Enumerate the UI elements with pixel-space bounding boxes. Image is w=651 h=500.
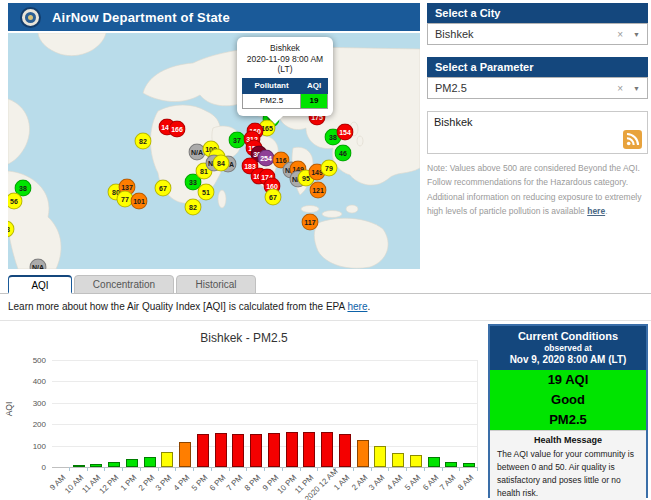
x-axis-tick bbox=[406, 467, 407, 471]
x-axis-tick bbox=[477, 467, 478, 471]
aqi-bar[interactable] bbox=[357, 440, 369, 467]
aqi-map-marker[interactable]: 84 bbox=[213, 155, 230, 172]
x-axis-tick bbox=[87, 467, 88, 471]
aqi-map-marker[interactable]: 51 bbox=[198, 184, 215, 201]
aqi-bar[interactable] bbox=[161, 452, 173, 467]
aqi-bar[interactable] bbox=[268, 433, 280, 467]
sidebar-note: Note: Values above 500 are considered Be… bbox=[427, 161, 646, 219]
aqi-bar[interactable] bbox=[410, 455, 422, 467]
aqi-bar[interactable] bbox=[250, 434, 262, 467]
aqi-bar[interactable] bbox=[286, 432, 298, 467]
chart-title: Bishkek - PM2.5 bbox=[0, 331, 488, 345]
observed-datetime: Nov 9, 2020 8:00 AM (LT) bbox=[492, 354, 644, 365]
aqi-bar[interactable] bbox=[90, 464, 102, 467]
city-select[interactable]: Bishkek × ▼ bbox=[427, 23, 648, 45]
aqi-bar[interactable] bbox=[374, 446, 386, 467]
clear-city-icon[interactable]: × bbox=[617, 29, 623, 40]
x-axis-tick bbox=[122, 467, 123, 471]
aqi-bar[interactable] bbox=[126, 459, 138, 467]
aqi-map-marker[interactable]: 82 bbox=[135, 133, 152, 150]
aqi-map-marker[interactable]: 101 bbox=[131, 193, 148, 210]
tab-concentration[interactable]: Concentration bbox=[74, 275, 174, 294]
x-axis-tick bbox=[300, 467, 301, 471]
popup-aqi-table: Pollutant AQI PM2.5 19 bbox=[242, 78, 328, 109]
current-conditions-header: Current Conditions observed at Nov 9, 20… bbox=[490, 326, 646, 370]
world-aqi-map[interactable]: 385668N/A8214616680137771016782338151N/A… bbox=[8, 33, 420, 269]
feed-box[interactable]: Bishkek bbox=[427, 111, 648, 154]
city-select-value: Bishkek bbox=[435, 28, 617, 40]
popup-timezone: (LT) bbox=[242, 64, 328, 75]
chart-gridline bbox=[52, 403, 478, 404]
aqi-bar[interactable] bbox=[339, 434, 351, 467]
x-axis-tick bbox=[69, 467, 70, 471]
aqi-bar[interactable] bbox=[445, 462, 457, 467]
y-axis-tick-label: 400 bbox=[16, 377, 46, 386]
learn-more-after: . bbox=[367, 301, 370, 312]
aqi-bar[interactable] bbox=[197, 434, 209, 467]
aqi-bar[interactable] bbox=[179, 442, 191, 467]
aqi-map-marker[interactable]: N/A bbox=[30, 259, 47, 270]
department-of-state-seal-logo bbox=[20, 7, 41, 28]
chart-gridline bbox=[52, 424, 478, 425]
current-conditions-title: Current Conditions bbox=[492, 330, 644, 342]
plot-right-edge bbox=[477, 360, 478, 467]
aqi-map-marker[interactable]: 46 bbox=[335, 145, 352, 162]
map-station-popup: Bishkek 2020-11-09 8:00 AM (LT) Pollutan… bbox=[237, 37, 333, 116]
note-after: . bbox=[605, 206, 607, 216]
aqi-map-marker[interactable]: 67 bbox=[155, 180, 172, 197]
x-axis-tick bbox=[229, 467, 230, 471]
x-axis-tick bbox=[175, 467, 176, 471]
popup-col-pollutant: Pollutant bbox=[243, 78, 301, 93]
aqi-bar[interactable] bbox=[303, 432, 315, 467]
x-axis-tick bbox=[388, 467, 389, 471]
aqi-bar[interactable] bbox=[321, 432, 333, 467]
aqi-map-marker[interactable]: 79 bbox=[321, 160, 338, 177]
aqi-map-marker[interactable]: 121 bbox=[310, 182, 327, 199]
parameter-select-value: PM2.5 bbox=[435, 82, 617, 94]
rss-feed-icon[interactable] bbox=[623, 130, 642, 149]
x-axis-tick bbox=[424, 467, 425, 471]
current-aqi-value: 19 AQI bbox=[548, 370, 589, 390]
clear-parameter-icon[interactable]: × bbox=[617, 83, 623, 94]
aqi-bar[interactable] bbox=[428, 457, 440, 467]
aqi-bar[interactable] bbox=[215, 433, 227, 467]
x-axis-tick bbox=[459, 467, 460, 471]
x-axis-tick bbox=[104, 467, 105, 471]
tab-aqi[interactable]: AQI bbox=[8, 275, 72, 294]
aqi-map-marker[interactable]: 67 bbox=[265, 189, 282, 206]
aqi-map-marker[interactable]: 166 bbox=[169, 121, 186, 138]
chart-y-axis-label: AQI bbox=[4, 402, 14, 417]
chevron-down-icon[interactable]: ▼ bbox=[633, 85, 640, 92]
aqi-map-marker[interactable]: 117 bbox=[302, 214, 319, 231]
feed-city-label: Bishkek bbox=[434, 116, 473, 128]
aqi-map-marker[interactable]: 154 bbox=[337, 124, 354, 141]
app-title: AirNow Department of State bbox=[52, 10, 230, 25]
aqi-bar[interactable] bbox=[108, 462, 120, 467]
x-axis-tick bbox=[282, 467, 283, 471]
aqi-bar[interactable] bbox=[232, 434, 244, 467]
y-axis-tick-label: 200 bbox=[16, 420, 46, 429]
aqi-map-marker[interactable]: 82 bbox=[185, 199, 202, 216]
note-here-link[interactable]: here bbox=[587, 206, 605, 216]
aqi-bar[interactable] bbox=[144, 457, 156, 467]
x-axis-tick bbox=[317, 467, 318, 471]
x-axis-tick bbox=[371, 467, 372, 471]
epa-link[interactable]: here bbox=[347, 301, 367, 312]
aqi-bar[interactable] bbox=[73, 465, 85, 467]
parameter-select[interactable]: PM2.5 × ▼ bbox=[427, 77, 648, 99]
learn-more-before: Learn more about how the Air Quality Ind… bbox=[8, 301, 347, 312]
aqi-bar-chart: Bishkek - PM2.5 AQI 01002003004005009 AM… bbox=[0, 322, 488, 500]
chart-gridline bbox=[52, 446, 478, 447]
parameter-panel-header: Select a Parameter bbox=[427, 57, 648, 77]
tab-historical[interactable]: Historical bbox=[176, 275, 256, 294]
app-header: AirNow Department of State bbox=[8, 3, 420, 31]
chart-plot-area: 01002003004005009 AM10 AM11 AM12 PM1 PM2… bbox=[52, 360, 478, 467]
aqi-bar[interactable] bbox=[463, 463, 475, 467]
current-conditions-panel: Current Conditions observed at Nov 9, 20… bbox=[488, 324, 648, 498]
y-axis-tick-label: 300 bbox=[16, 399, 46, 408]
chevron-down-icon[interactable]: ▼ bbox=[633, 31, 640, 38]
current-aqi-category: Good bbox=[551, 390, 585, 410]
x-axis-tick bbox=[246, 467, 247, 471]
x-axis-tick bbox=[140, 467, 141, 471]
aqi-bar[interactable] bbox=[392, 453, 404, 467]
